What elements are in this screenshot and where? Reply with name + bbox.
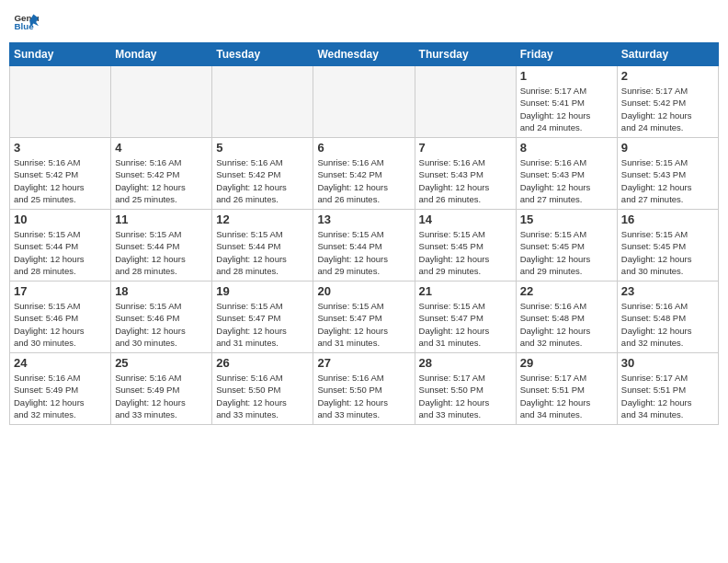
calendar-cell: 27Sunrise: 5:16 AM Sunset: 5:50 PM Dayli… (313, 353, 415, 425)
weekday-header-row: SundayMondayTuesdayWednesdayThursdayFrid… (10, 43, 719, 66)
calendar-cell: 10Sunrise: 5:15 AM Sunset: 5:44 PM Dayli… (10, 210, 111, 282)
day-info: Sunrise: 5:16 AM Sunset: 5:43 PM Dayligh… (419, 156, 512, 205)
day-number: 12 (216, 213, 309, 226)
calendar-cell: 6Sunrise: 5:16 AM Sunset: 5:42 PM Daylig… (313, 138, 415, 210)
calendar-cell (111, 66, 212, 138)
day-number: 3 (14, 141, 107, 155)
day-number: 23 (621, 284, 714, 298)
day-info: Sunrise: 5:17 AM Sunset: 5:41 PM Dayligh… (520, 85, 613, 133)
calendar-cell: 14Sunrise: 5:15 AM Sunset: 5:45 PM Dayli… (415, 210, 516, 282)
logo-icon: General Blue (13, 9, 39, 35)
day-info: Sunrise: 5:16 AM Sunset: 5:42 PM Dayligh… (317, 156, 410, 205)
calendar-cell (415, 66, 516, 138)
day-number: 1 (520, 69, 613, 83)
calendar-cell: 4Sunrise: 5:16 AM Sunset: 5:42 PM Daylig… (111, 138, 212, 210)
day-info: Sunrise: 5:16 AM Sunset: 5:43 PM Dayligh… (520, 156, 613, 205)
day-number: 18 (115, 284, 208, 298)
day-number: 10 (14, 213, 107, 226)
day-info: Sunrise: 5:16 AM Sunset: 5:42 PM Dayligh… (14, 156, 107, 205)
weekday-header-monday: Monday (111, 43, 212, 66)
calendar-cell (212, 66, 313, 138)
calendar-cell: 3Sunrise: 5:16 AM Sunset: 5:42 PM Daylig… (10, 138, 111, 210)
calendar-cell: 26Sunrise: 5:16 AM Sunset: 5:50 PM Dayli… (212, 353, 313, 425)
day-number: 6 (317, 141, 410, 155)
calendar-cell: 29Sunrise: 5:17 AM Sunset: 5:51 PM Dayli… (516, 353, 617, 425)
calendar-cell: 16Sunrise: 5:15 AM Sunset: 5:45 PM Dayli… (617, 210, 718, 282)
calendar-cell: 2Sunrise: 5:17 AM Sunset: 5:42 PM Daylig… (617, 66, 718, 138)
day-number: 17 (14, 284, 107, 298)
day-number: 20 (317, 284, 410, 298)
calendar-week-2: 3Sunrise: 5:16 AM Sunset: 5:42 PM Daylig… (10, 138, 719, 210)
day-number: 25 (115, 356, 208, 370)
calendar-week-5: 24Sunrise: 5:16 AM Sunset: 5:49 PM Dayli… (10, 353, 719, 425)
day-info: Sunrise: 5:15 AM Sunset: 5:44 PM Dayligh… (317, 228, 410, 277)
calendar-cell: 8Sunrise: 5:16 AM Sunset: 5:43 PM Daylig… (516, 138, 617, 210)
calendar-cell: 22Sunrise: 5:16 AM Sunset: 5:48 PM Dayli… (516, 282, 617, 353)
day-info: Sunrise: 5:16 AM Sunset: 5:48 PM Dayligh… (621, 300, 714, 349)
calendar-cell: 12Sunrise: 5:15 AM Sunset: 5:44 PM Dayli… (212, 210, 313, 282)
day-info: Sunrise: 5:15 AM Sunset: 5:44 PM Dayligh… (216, 228, 309, 277)
day-number: 29 (520, 356, 613, 370)
day-number: 13 (317, 213, 410, 226)
day-info: Sunrise: 5:15 AM Sunset: 5:46 PM Dayligh… (115, 300, 208, 349)
day-info: Sunrise: 5:15 AM Sunset: 5:44 PM Dayligh… (14, 228, 107, 277)
day-info: Sunrise: 5:15 AM Sunset: 5:47 PM Dayligh… (216, 300, 309, 349)
day-info: Sunrise: 5:15 AM Sunset: 5:45 PM Dayligh… (520, 228, 613, 277)
day-info: Sunrise: 5:15 AM Sunset: 5:45 PM Dayligh… (419, 228, 512, 277)
day-number: 21 (419, 284, 512, 298)
day-number: 4 (115, 141, 208, 155)
calendar-cell: 13Sunrise: 5:15 AM Sunset: 5:44 PM Dayli… (313, 210, 415, 282)
day-number: 2 (621, 69, 714, 83)
day-number: 16 (621, 213, 714, 226)
day-info: Sunrise: 5:17 AM Sunset: 5:42 PM Dayligh… (621, 85, 714, 133)
day-info: Sunrise: 5:15 AM Sunset: 5:47 PM Dayligh… (419, 300, 512, 349)
calendar-cell: 19Sunrise: 5:15 AM Sunset: 5:47 PM Dayli… (212, 282, 313, 353)
day-info: Sunrise: 5:16 AM Sunset: 5:42 PM Dayligh… (115, 156, 208, 205)
day-number: 8 (520, 141, 613, 155)
day-info: Sunrise: 5:16 AM Sunset: 5:50 PM Dayligh… (216, 372, 309, 420)
day-number: 24 (14, 356, 107, 370)
day-number: 9 (621, 141, 714, 155)
day-number: 5 (216, 141, 309, 155)
calendar-table: SundayMondayTuesdayWednesdayThursdayFrid… (9, 42, 719, 425)
day-number: 26 (216, 356, 309, 370)
calendar-cell (10, 66, 111, 138)
logo: General Blue (13, 9, 39, 35)
calendar-week-3: 10Sunrise: 5:15 AM Sunset: 5:44 PM Dayli… (10, 210, 719, 282)
calendar-cell: 15Sunrise: 5:15 AM Sunset: 5:45 PM Dayli… (516, 210, 617, 282)
calendar-cell: 23Sunrise: 5:16 AM Sunset: 5:48 PM Dayli… (617, 282, 718, 353)
weekday-header-thursday: Thursday (415, 43, 516, 66)
day-number: 14 (419, 213, 512, 226)
calendar-cell: 21Sunrise: 5:15 AM Sunset: 5:47 PM Dayli… (415, 282, 516, 353)
calendar-cell: 11Sunrise: 5:15 AM Sunset: 5:44 PM Dayli… (111, 210, 212, 282)
page-header: General Blue (9, 9, 719, 35)
calendar-cell: 7Sunrise: 5:16 AM Sunset: 5:43 PM Daylig… (415, 138, 516, 210)
day-number: 28 (419, 356, 512, 370)
day-number: 15 (520, 213, 613, 226)
day-info: Sunrise: 5:15 AM Sunset: 5:47 PM Dayligh… (317, 300, 410, 349)
weekday-header-tuesday: Tuesday (212, 43, 313, 66)
day-number: 22 (520, 284, 613, 298)
day-info: Sunrise: 5:15 AM Sunset: 5:45 PM Dayligh… (621, 228, 714, 277)
day-info: Sunrise: 5:15 AM Sunset: 5:44 PM Dayligh… (115, 228, 208, 277)
calendar-cell: 1Sunrise: 5:17 AM Sunset: 5:41 PM Daylig… (516, 66, 617, 138)
weekday-header-wednesday: Wednesday (313, 43, 415, 66)
day-number: 27 (317, 356, 410, 370)
day-info: Sunrise: 5:16 AM Sunset: 5:49 PM Dayligh… (14, 372, 107, 420)
day-number: 30 (621, 356, 714, 370)
day-info: Sunrise: 5:17 AM Sunset: 5:50 PM Dayligh… (419, 372, 512, 420)
calendar-cell: 5Sunrise: 5:16 AM Sunset: 5:42 PM Daylig… (212, 138, 313, 210)
day-info: Sunrise: 5:15 AM Sunset: 5:46 PM Dayligh… (14, 300, 107, 349)
calendar-cell: 28Sunrise: 5:17 AM Sunset: 5:50 PM Dayli… (415, 353, 516, 425)
day-info: Sunrise: 5:16 AM Sunset: 5:42 PM Dayligh… (216, 156, 309, 205)
day-info: Sunrise: 5:16 AM Sunset: 5:48 PM Dayligh… (520, 300, 613, 349)
day-number: 19 (216, 284, 309, 298)
calendar-cell: 24Sunrise: 5:16 AM Sunset: 5:49 PM Dayli… (10, 353, 111, 425)
calendar-cell: 17Sunrise: 5:15 AM Sunset: 5:46 PM Dayli… (10, 282, 111, 353)
calendar-cell: 20Sunrise: 5:15 AM Sunset: 5:47 PM Dayli… (313, 282, 415, 353)
calendar-cell: 9Sunrise: 5:15 AM Sunset: 5:43 PM Daylig… (617, 138, 718, 210)
day-info: Sunrise: 5:17 AM Sunset: 5:51 PM Dayligh… (621, 372, 714, 420)
calendar-week-4: 17Sunrise: 5:15 AM Sunset: 5:46 PM Dayli… (10, 282, 719, 353)
calendar-cell: 18Sunrise: 5:15 AM Sunset: 5:46 PM Dayli… (111, 282, 212, 353)
day-number: 11 (115, 213, 208, 226)
